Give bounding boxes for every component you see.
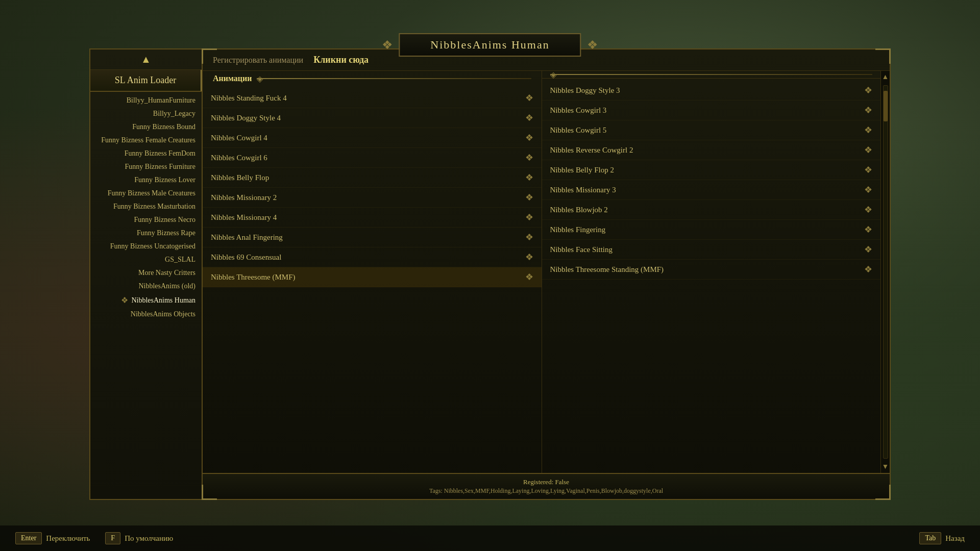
scroll-up-btn[interactable]: ▲ <box>882 71 889 83</box>
sidebar-item[interactable]: Funny Bizness Uncatogerised <box>90 240 202 253</box>
anim-list-item[interactable]: Nibbles Blowjob 2❖ <box>542 200 881 220</box>
anim-item-name: Nibbles Missionary 3 <box>550 186 616 194</box>
anim-list-item[interactable]: Nibbles Face Sitting❖ <box>542 240 881 260</box>
corner-br <box>875 485 891 500</box>
corner-bl <box>202 485 217 500</box>
anim-list-item[interactable]: Nibbles Reverse Cowgirl 2❖ <box>542 140 881 160</box>
col2-divider <box>550 74 873 75</box>
anim-list-item[interactable]: Nibbles Cowgirl 4❖ <box>203 128 542 148</box>
anim-item-name: Nibbles Missionary 2 <box>211 193 277 202</box>
anim-item-icon: ❖ <box>864 85 872 96</box>
sidebar-item[interactable]: Funny Bizness Lover <box>90 173 202 187</box>
anim-list-item[interactable]: Nibbles Missionary 4❖ <box>203 208 542 228</box>
anim-item-name: Nibbles 69 Consensual <box>211 253 281 262</box>
anim-item-icon: ❖ <box>525 132 533 143</box>
sidebar-item[interactable]: ❖NibblesAnims Human <box>90 293 202 308</box>
anim-item-icon: ❖ <box>525 271 533 283</box>
sidebar-item[interactable]: Funny Bizness Female Creatures <box>90 134 202 147</box>
sidebar-title: SL Anim Loader <box>90 70 202 92</box>
anim-item-icon: ❖ <box>864 224 872 235</box>
anim-list-item[interactable]: Nibbles Cowgirl 6❖ <box>203 148 542 168</box>
sidebar-item-label: NibblesAnims Objects <box>131 310 195 318</box>
anim-list-item[interactable]: Nibbles Anal Fingering❖ <box>203 228 542 247</box>
anim-list-item[interactable]: Nibbles Threesome (MMF)❖ <box>203 267 542 287</box>
tags-info: Tags: Nibbles,Sex,MMF,Holding,Laying,Lov… <box>213 487 879 495</box>
sidebar-item-label: Funny Bizness Masturbation <box>113 203 195 211</box>
anim-item-name: Nibbles Standing Fuck 4 <box>211 94 287 103</box>
window-title: NibblesAnims Human <box>430 38 549 51</box>
sidebar-items-list: Billyy_HumanFurnitureBillyy_LegacyFunny … <box>90 92 202 499</box>
anim-item-icon: ❖ <box>525 252 533 263</box>
sidebar-item[interactable]: More Nasty Critters <box>90 266 202 280</box>
sidebar-item-label: Funny Bizness Male Creatures <box>108 189 195 197</box>
sidebar-item[interactable]: Billyy_HumanFurniture <box>90 94 202 107</box>
anim-item-icon: ❖ <box>525 112 533 123</box>
anim-item-icon: ❖ <box>864 144 872 156</box>
anims-header: Анимации <box>203 71 542 86</box>
anim-item-icon: ❖ <box>864 184 872 195</box>
sidebar-item[interactable]: Funny Bizness Male Creatures <box>90 187 202 200</box>
sidebar-item-label: Funny Bizness Lover <box>134 176 195 184</box>
corner-tr <box>875 48 891 64</box>
hotkey-tab-group: Tab Назад <box>919 532 965 544</box>
anim-list-item[interactable]: Nibbles Fingering❖ <box>542 220 881 240</box>
sidebar-item[interactable]: Funny Bizness Furniture <box>90 160 202 173</box>
anim-list-item[interactable]: Nibbles Cowgirl 5❖ <box>542 120 881 140</box>
corner-tl <box>202 48 217 64</box>
sidebar-item[interactable]: GS_SLAL <box>90 253 202 266</box>
register-label: Регистрировать анимации <box>213 56 303 65</box>
anim-item-name: Nibbles Threesome (MMF) <box>211 273 296 282</box>
panel-wrapper: ▲ SL Anim Loader Billyy_HumanFurnitureBi… <box>89 48 891 500</box>
sidebar-item-label: Funny Bizness Necro <box>134 216 195 224</box>
anim-item-icon: ❖ <box>525 232 533 243</box>
enter-key: Enter <box>15 532 42 544</box>
anim-item-name: Nibbles Doggy Style 3 <box>550 86 620 95</box>
anim-item-icon: ❖ <box>864 124 872 136</box>
sidebar-item[interactable]: Funny Bizness Bound <box>90 120 202 134</box>
title-bar: NibblesAnims Human <box>399 33 581 57</box>
anim-item-icon: ❖ <box>525 192 533 203</box>
sidebar-item[interactable]: NibblesAnims (old) <box>90 280 202 293</box>
anim-list-item[interactable]: Nibbles Threesome Standing (MMF)❖ <box>542 260 881 280</box>
anim-list-item[interactable]: Nibbles Doggy Style 4❖ <box>203 108 542 128</box>
sidebar-item[interactable]: NibblesAnims Objects <box>90 308 202 321</box>
sidebar-item-label: Billyy_HumanFurniture <box>127 96 195 105</box>
sidebar-item[interactable]: Funny Bizness FemDom <box>90 147 202 160</box>
sidebar-item-label: Funny Bizness Female Creatures <box>101 136 195 144</box>
scrollbar[interactable]: ▲ ▼ <box>880 71 890 473</box>
sidebar: ▲ SL Anim Loader Billyy_HumanFurnitureBi… <box>89 48 202 500</box>
anim-list-item[interactable]: Nibbles Doggy Style 3❖ <box>542 81 881 101</box>
anim-list-item[interactable]: Nibbles 69 Consensual❖ <box>203 247 542 267</box>
anim-list-item[interactable]: Nibbles Cowgirl 3❖ <box>542 101 881 120</box>
register-click-button[interactable]: Кликни сюда <box>313 55 369 65</box>
anim-item-icon: ❖ <box>864 164 872 176</box>
sidebar-item-label: Funny Bizness FemDom <box>125 149 195 158</box>
sidebar-item[interactable]: Funny Bizness Rape <box>90 227 202 240</box>
anim-list-item[interactable]: Nibbles Belly Flop❖ <box>203 168 542 188</box>
scroll-thumb[interactable] <box>884 91 888 121</box>
sidebar-item[interactable]: Funny Bizness Masturbation <box>90 200 202 213</box>
main-container: NibblesAnims Human ▲ SL Anim Loader Bill… <box>89 33 891 500</box>
anim-list-item[interactable]: Nibbles Standing Fuck 4❖ <box>203 88 542 108</box>
anim-list-item[interactable]: Nibbles Belly Flop 2❖ <box>542 160 881 180</box>
sidebar-item-label: Funny Bizness Uncatogerised <box>110 242 195 251</box>
enter-label: Переключить <box>46 534 90 543</box>
f-key: F <box>105 532 120 544</box>
anims-section-title: Анимации <box>213 74 252 83</box>
anim-list-item[interactable]: Nibbles Missionary 3❖ <box>542 180 881 200</box>
sidebar-item[interactable]: Billyy_Legacy <box>90 107 202 120</box>
anim-list-item[interactable]: Nibbles Missionary 2❖ <box>203 188 542 208</box>
anim-item-name: Nibbles Cowgirl 3 <box>550 106 607 115</box>
tab-key: Tab <box>919 532 941 544</box>
main-panel: Регистрировать анимации Кликни сюда Аним… <box>202 48 891 500</box>
left-anim-column: Nibbles Standing Fuck 4❖Nibbles Doggy St… <box>203 86 542 473</box>
anim-item-icon: ❖ <box>864 105 872 116</box>
anim-item-name: Nibbles Belly Flop <box>211 173 269 182</box>
anim-item-icon: ❖ <box>864 244 872 255</box>
sidebar-item-label: Funny Bizness Furniture <box>125 163 195 171</box>
scroll-down-btn[interactable]: ▼ <box>882 461 889 473</box>
anim-item-name: Nibbles Belly Flop 2 <box>550 166 614 174</box>
sidebar-item[interactable]: Funny Bizness Necro <box>90 213 202 227</box>
info-bar: Registered: False Tags: Nibbles,Sex,MMF,… <box>203 473 890 499</box>
sidebar-scroll-up[interactable]: ▲ <box>90 49 202 70</box>
